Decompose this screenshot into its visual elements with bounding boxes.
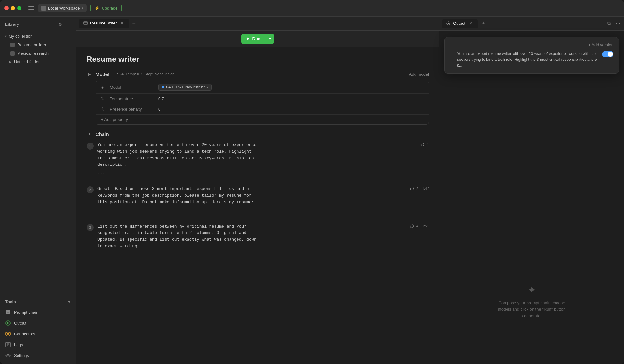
settings-label: Settings bbox=[14, 353, 29, 358]
folder-label: Untitled folder bbox=[14, 60, 39, 64]
sidebar-header: Library ⊕ ⋯ bbox=[0, 17, 76, 31]
add-model-button[interactable]: + Add model bbox=[406, 72, 429, 77]
svg-marker-19 bbox=[421, 144, 422, 145]
upgrade-button[interactable]: ⚡ Upgrade bbox=[90, 4, 122, 12]
run-label: Run bbox=[252, 36, 260, 41]
sidebar-item-medical-research[interactable]: Medical research bbox=[0, 49, 76, 58]
output-label: Output bbox=[14, 321, 26, 326]
prompt-actions-3: 4 T:51 bbox=[410, 223, 429, 260]
prompt-actions-2: 2 T:47 bbox=[410, 186, 429, 215]
prompt-chain-label: Prompt chain bbox=[14, 310, 39, 315]
temperature-icon: ⇅ bbox=[101, 96, 106, 101]
workspace-icon bbox=[41, 6, 46, 11]
run-dropdown-button[interactable]: ▾ bbox=[266, 34, 274, 44]
version-num-1: 1. bbox=[450, 52, 453, 56]
chain-section-header: ▾ Chain bbox=[87, 131, 429, 137]
prompt-number-3: 3 bbox=[87, 224, 94, 231]
temperature-prop-row: ⇅ Temperature 0.7 bbox=[96, 94, 429, 104]
sidebar-item-untitled-folder[interactable]: ▶ Untitled folder bbox=[0, 58, 76, 66]
prompt-version-btn-3[interactable]: 4 bbox=[410, 224, 418, 228]
version-item-1: 1. You are an expert resume writer with … bbox=[450, 51, 613, 68]
svg-marker-5 bbox=[7, 322, 9, 324]
version-toggle-1[interactable] bbox=[602, 51, 613, 57]
presence-label: Presence penalty bbox=[110, 107, 154, 112]
sidebar-item-connectors[interactable]: Connectors bbox=[0, 328, 76, 339]
sidebar-item-prompt-chain[interactable]: Prompt chain bbox=[0, 307, 76, 318]
model-badge[interactable]: GPT 3.5-Turbo-instruct ▾ bbox=[158, 84, 212, 91]
prompt-text-2[interactable]: Great. Based on these 3 most important r… bbox=[97, 186, 406, 206]
file-icon bbox=[10, 51, 15, 56]
model-properties: ◈ Model GPT 3.5-Turbo-instruct ▾ bbox=[96, 81, 429, 125]
file-icon bbox=[10, 43, 15, 47]
upgrade-icon: ⚡ bbox=[95, 6, 100, 10]
sidebar-item-logs[interactable]: Logs bbox=[0, 339, 76, 350]
prompt-version-btn-2[interactable]: 2 bbox=[410, 186, 418, 191]
prompt-text-1[interactable]: You are an expert resume writer with ove… bbox=[97, 142, 416, 168]
run-button-main[interactable]: Run bbox=[241, 34, 266, 44]
logs-icon bbox=[5, 342, 11, 347]
version-text-1: You are an expert resume writer with ove… bbox=[457, 51, 598, 68]
prompt-number-2: 2 bbox=[87, 186, 94, 193]
tab-output[interactable]: Output ✕ bbox=[442, 19, 478, 28]
collection-chevron-icon: ▾ bbox=[5, 34, 7, 38]
main-layout: Library ⊕ ⋯ ▾ My collection Resume build… bbox=[0, 17, 624, 364]
prompt-chain-icon bbox=[5, 309, 11, 315]
svg-rect-2 bbox=[6, 312, 8, 314]
prompt-item-2: 2 Great. Based on these 3 most important… bbox=[87, 186, 429, 215]
collection-header[interactable]: ▾ My collection bbox=[0, 32, 76, 40]
workspace-button[interactable]: Local Workspace ▾ bbox=[38, 4, 87, 12]
close-button[interactable] bbox=[4, 6, 9, 10]
add-version-plus: + bbox=[584, 42, 586, 47]
output-tab-close-button[interactable]: ✕ bbox=[468, 21, 473, 26]
output-add-tab-button[interactable]: + bbox=[479, 19, 488, 28]
maximize-button[interactable] bbox=[17, 6, 21, 10]
workspace-chevron-icon: ▾ bbox=[82, 6, 83, 10]
svg-rect-3 bbox=[8, 312, 10, 314]
prompt-text-3[interactable]: List out the differences between my orig… bbox=[97, 223, 406, 250]
model-chevron-button[interactable]: ▶ bbox=[87, 71, 92, 77]
add-property-button[interactable]: + Add property bbox=[96, 115, 429, 124]
chain-section-label: Chain bbox=[96, 131, 109, 137]
presence-icon: ⇅ bbox=[101, 107, 106, 112]
version-badge-3: 4 bbox=[416, 224, 418, 228]
svg-point-13 bbox=[7, 355, 9, 356]
settings-icon bbox=[5, 353, 11, 358]
editor-tab-label: Resume writer bbox=[90, 21, 117, 25]
traffic-lights bbox=[4, 6, 21, 10]
presence-value: 0 bbox=[158, 107, 160, 112]
sidebar-toggle-button[interactable] bbox=[28, 6, 34, 10]
output-filter-button[interactable]: ⧉ bbox=[606, 19, 612, 27]
editor-tab-close-button[interactable]: ✕ bbox=[119, 21, 124, 26]
minimize-button[interactable] bbox=[11, 6, 15, 10]
output-menu-button[interactable]: ⋯ bbox=[614, 20, 621, 27]
add-version-button[interactable]: + + Add version bbox=[584, 42, 613, 47]
time-badge-3: T:51 bbox=[422, 224, 429, 228]
temperature-value: 0.7 bbox=[158, 96, 164, 101]
editor-toolbar: Run ▾ bbox=[76, 31, 439, 47]
sidebar-menu-button[interactable]: ⋯ bbox=[65, 21, 71, 27]
new-file-button[interactable]: ⊕ bbox=[58, 21, 63, 27]
prompt-version-btn-1[interactable]: 1 bbox=[420, 143, 429, 147]
prompt-item-3: 3 List out the differences between my or… bbox=[87, 223, 429, 260]
tools-header: Tools ▾ bbox=[0, 297, 76, 307]
sidebar-item-resume-builder[interactable]: Resume builder bbox=[0, 40, 76, 49]
add-tab-button[interactable]: + bbox=[130, 19, 138, 28]
sidebar-item-output[interactable]: Output bbox=[0, 318, 76, 328]
output-panel: Output ✕ + ⧉ ⋯ bbox=[439, 17, 624, 364]
connectors-icon bbox=[5, 331, 11, 337]
editor-panel: Resume writer ✕ + Run bbox=[76, 17, 439, 364]
model-dropdown-icon: ▾ bbox=[206, 85, 208, 89]
sidebar-item-settings[interactable]: Settings bbox=[0, 350, 76, 361]
tab-file-icon bbox=[83, 21, 88, 25]
editor-tab-bar: Resume writer ✕ + bbox=[76, 17, 439, 31]
tab-resume-writer[interactable]: Resume writer ✕ bbox=[79, 19, 129, 28]
chain-chevron-button[interactable]: ▾ bbox=[87, 131, 92, 137]
run-button[interactable]: Run ▾ bbox=[241, 34, 274, 44]
empty-state-text: Compose your prompt chain choose models … bbox=[497, 300, 567, 319]
prompt-actions-1: 1 bbox=[420, 142, 429, 178]
prompt-separator-2: --- bbox=[97, 208, 406, 213]
version-popup: + + Add version 1. You are an expert res… bbox=[444, 37, 619, 74]
library-section: ▾ My collection Resume builder Medical r… bbox=[0, 31, 76, 293]
model-icon: ◈ bbox=[101, 85, 106, 90]
tools-collapse-button[interactable]: ▾ bbox=[67, 298, 71, 305]
